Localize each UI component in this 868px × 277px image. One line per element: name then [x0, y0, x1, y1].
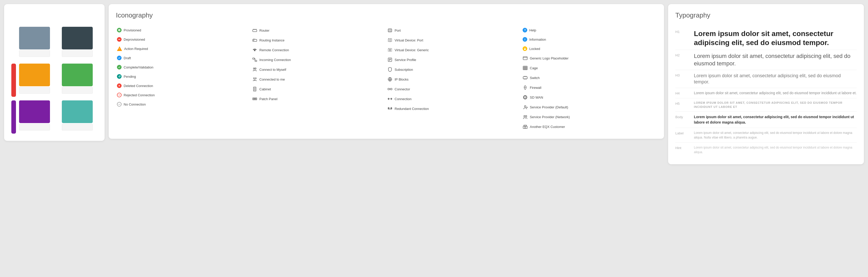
sdwan-icon	[523, 95, 528, 100]
swatch-teal	[62, 100, 93, 130]
pending-label: Pending	[124, 75, 136, 79]
help-label: Help	[529, 28, 536, 32]
locked-label: Locked	[529, 47, 540, 51]
icon-deprovisioned: Deprovisioned	[116, 35, 251, 44]
svg-point-15	[254, 50, 255, 51]
icon-generic-logo: Generic Logo Placeholder	[522, 53, 657, 63]
typo-label-h1: H1	[675, 29, 688, 34]
typo-label-h2: H2	[675, 53, 688, 57]
generic-logo-label: Generic Logo Placeholder	[530, 56, 568, 60]
svg-point-79	[526, 116, 527, 117]
svg-rect-16	[253, 58, 254, 59]
icon-port: Port	[386, 26, 522, 35]
deprovisioned-icon	[117, 37, 122, 42]
icon-routing-instance: Routing Instance	[251, 35, 386, 45]
svg-point-74	[524, 105, 526, 107]
connector-icon	[388, 87, 393, 92]
provisioned-label: Provisioned	[124, 28, 141, 32]
swatch-purple	[19, 100, 50, 130]
typo-text-hint: Lorem ipsum dolor sit amet, consectetur …	[694, 145, 857, 154]
router-label: Router	[259, 29, 270, 32]
cabinet-label: Cabinet	[259, 87, 271, 91]
redundant-connection-icon	[388, 106, 393, 111]
svg-point-20	[253, 78, 254, 79]
svg-rect-17	[255, 60, 257, 62]
svg-rect-31	[388, 29, 392, 32]
icon-deleted-connection: Deleted Connection	[116, 81, 251, 90]
ip-blocks-label: IP Blocks	[395, 78, 408, 81]
swatch-dark-gray	[62, 27, 93, 57]
patch-panel-icon	[252, 96, 257, 101]
provisioned-icon: +	[117, 28, 122, 32]
icon-service-provider-network: Service Provider (Network)	[522, 112, 657, 122]
typo-label-h3: H3	[675, 72, 688, 77]
icon-sdwan: SD WAN	[522, 92, 657, 102]
icon-redundant-connection: Redundant Connection	[386, 104, 522, 114]
icon-another-eqx-customer: Another EQX Customer	[522, 122, 657, 131]
deleted-connection-label: Deleted Connection	[124, 84, 153, 88]
typo-text-h1: Lorem ipsum dolor sit amet, consectetur …	[694, 29, 857, 47]
service-profile-label: Service Profile	[395, 58, 416, 62]
icon-connector: Connector	[386, 84, 522, 94]
router-icon	[252, 28, 257, 33]
typo-row-label: Label Lorem ipsum dolor sit amet, consec…	[675, 128, 857, 143]
icon-connect-to-myself: Connect to Myself	[251, 65, 386, 74]
icon-service-provider-default: Service Provider (Default)	[522, 102, 657, 112]
virtual-device-generic-label: Virtual Device: Generic	[395, 48, 429, 52]
icon-information: i Information	[522, 35, 657, 44]
action-required-label: Action Required	[124, 47, 148, 51]
svg-rect-81	[524, 125, 526, 126]
pending-icon: ↺	[117, 74, 122, 79]
sdwan-label: SD WAN	[530, 95, 543, 99]
icon-connected-to-me: Connected to me	[251, 74, 386, 84]
deleted-connection-icon	[117, 84, 122, 88]
svg-text:+: +	[119, 29, 120, 31]
cabinet-icon	[252, 87, 257, 92]
port-label: Port	[395, 29, 401, 32]
typo-row-h1: H1 Lorem ipsum dolor sit amet, consectet…	[675, 27, 857, 50]
typo-row-h4: H4 Lorem ipsum dolor sit amet, consectet…	[675, 88, 857, 99]
locked-icon	[523, 47, 527, 51]
svg-rect-46	[391, 88, 392, 90]
service-provider-network-label: Service Provider (Network)	[530, 115, 570, 119]
ip-blocks-icon	[388, 77, 393, 82]
switch-icon	[523, 75, 528, 80]
incoming-connection-icon	[252, 57, 257, 62]
svg-point-78	[524, 116, 525, 117]
swatch-orange	[19, 64, 50, 94]
typo-label-h4: H4	[675, 91, 688, 95]
typo-row-h3: H3 Lorem ipsum dolor sit amet, consectet…	[675, 70, 857, 88]
icon-router: Router	[251, 26, 386, 35]
typography-panel: Typography H1 Lorem ipsum dolor sit amet…	[668, 4, 864, 164]
service-profile-icon	[388, 57, 393, 62]
typo-label-label: Label	[675, 130, 688, 135]
typo-text-h2: Lorem ipsum dolor sit amet, consectetur …	[694, 53, 857, 67]
typo-text-h4: Lorem ipsum dolor sit amet, consectetur …	[694, 91, 857, 96]
icon-col-1: + Provisioned Deprovisioned ! Action Req…	[116, 26, 251, 131]
cage-label: Cage	[530, 66, 538, 70]
icon-col-2: Router Routing Instance Remote Connectio…	[251, 26, 386, 131]
typo-text-h5: LOREM IPSUM DOLOR SIT AMET, CONSECTETUR …	[694, 101, 857, 109]
help-icon: ?	[523, 28, 527, 32]
iconography-panel: Iconography + Provisioned Deprovisioned …	[109, 4, 664, 139]
svg-point-38	[389, 49, 391, 51]
virtual-device-port-icon	[388, 38, 393, 43]
svg-rect-55	[524, 49, 526, 50]
information-icon: i	[523, 37, 527, 42]
switch-label: Switch	[530, 76, 539, 80]
draft-icon	[117, 56, 122, 60]
virtual-device-generic-icon	[388, 48, 393, 53]
no-connection-label: No Connection	[124, 102, 146, 106]
port-icon	[388, 28, 393, 33]
typo-label-body: Body	[675, 114, 688, 119]
no-connection-icon	[117, 102, 122, 106]
svg-point-28	[253, 99, 254, 99]
icon-virtual-device-port: Virtual Device: Port	[386, 35, 522, 45]
typography-title: Typography	[675, 11, 857, 19]
connector-label: Connector	[395, 87, 410, 91]
typo-text-body: Lorem ipsum dolor sit amet, consectetur …	[694, 114, 857, 125]
firewall-icon	[523, 85, 528, 90]
icon-action-required: ! Action Required	[116, 44, 251, 53]
typo-row-h5: H5 LOREM IPSUM DOLOR SIT AMET, CONSECTET…	[675, 98, 857, 112]
icon-ip-blocks: IP Blocks	[386, 74, 522, 84]
